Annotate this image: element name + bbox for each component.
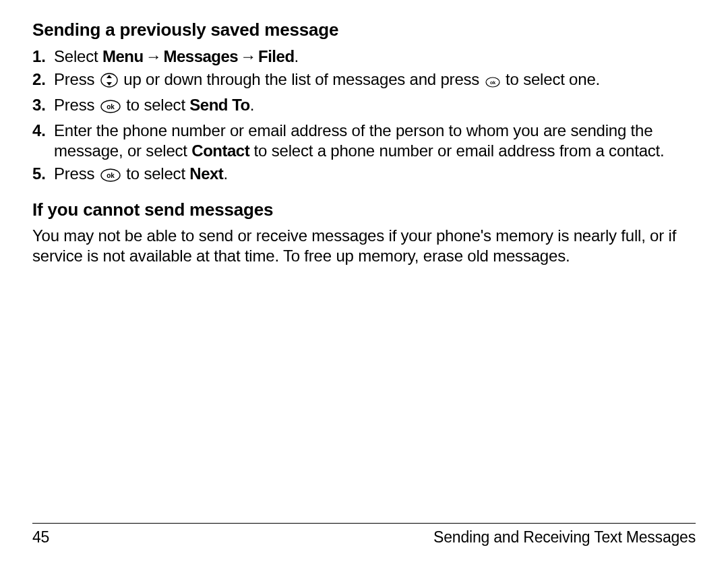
step-number: 3. [32, 95, 54, 115]
ok-icon: ok [100, 98, 121, 118]
text: . [295, 47, 299, 65]
heading-sending-saved: Sending a previously saved message [32, 19, 696, 41]
text: up or down through the list of messages … [119, 70, 484, 88]
step-body: Press ok to select Send To. [54, 95, 696, 118]
step-number: 5. [32, 164, 54, 184]
nav-updown-icon [100, 72, 118, 92]
step-body: Select Menu→Messages→Filed. [54, 46, 696, 67]
heading-cannot-send: If you cannot send messages [32, 199, 696, 221]
text: to select [122, 96, 190, 114]
bold-send-to: Send To [189, 96, 249, 114]
step-5: 5. Press ok to select Next. [32, 164, 696, 187]
text: . [250, 96, 254, 114]
bold-contact: Contact [191, 142, 249, 160]
step-1: 1. Select Menu→Messages→Filed. [32, 46, 696, 67]
svg-text:ok: ok [107, 103, 115, 111]
steps-list: 1. Select Menu→Messages→Filed. 2. Press … [32, 46, 696, 187]
text: to select [122, 164, 190, 183]
step-number: 1. [32, 46, 54, 67]
menu-path-messages: Messages [163, 47, 238, 65]
step-3: 3. Press ok to select Send To. [32, 95, 696, 118]
bold-next: Next [189, 164, 223, 183]
step-body: Press up or down through the list of mes… [54, 69, 696, 92]
cannot-send-body: You may not be able to send or receive m… [32, 226, 696, 266]
svg-text:ok: ok [107, 172, 115, 179]
chapter-title: Sending and Receiving Text Messages [433, 528, 696, 547]
text: Press [54, 164, 99, 183]
page-number: 45 [32, 528, 49, 547]
page-footer: 45 Sending and Receiving Text Messages [32, 523, 696, 547]
text: Press [54, 96, 99, 114]
text: to select one. [502, 70, 600, 88]
ok-icon: ok [100, 166, 121, 187]
text: Select [54, 47, 102, 65]
step-body: Press ok to select Next. [54, 164, 696, 187]
manual-page: Sending a previously saved message 1. Se… [0, 0, 728, 562]
ok-small-icon: ok [485, 72, 500, 92]
step-number: 2. [32, 69, 54, 90]
svg-text:ok: ok [490, 80, 495, 85]
arrow-icon: → [238, 47, 258, 65]
text: to select a phone number or email addres… [249, 142, 664, 160]
step-2: 2. Press up or down through the list of … [32, 69, 696, 92]
arrow-icon: → [144, 47, 164, 65]
step-number: 4. [32, 121, 54, 141]
step-4: 4. Enter the phone number or email addre… [32, 121, 696, 161]
step-body: Enter the phone number or email address … [54, 121, 696, 161]
menu-path-menu: Menu [102, 47, 144, 65]
menu-path-filed: Filed [258, 47, 295, 65]
text: Press [54, 70, 99, 88]
text: . [223, 164, 227, 183]
